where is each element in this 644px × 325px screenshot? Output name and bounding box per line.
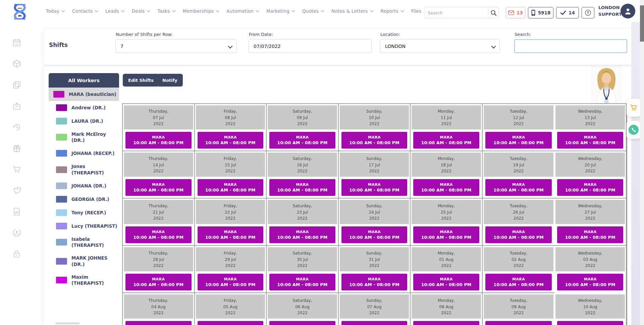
shift-block[interactable]: MARA 10:00 AM - 08:00 PM <box>198 274 264 290</box>
shift-block[interactable]: MARA 10:00 AM - 08:00 PM <box>557 321 623 325</box>
shift-block[interactable]: MARA 10:00 AM - 08:00 PM <box>413 226 479 243</box>
worker-list-item[interactable]: Mark McElroy (DR.) <box>49 128 119 147</box>
filter-search-input[interactable] <box>515 44 627 49</box>
shift-block[interactable]: MARA 10:00 AM - 08:00 PM <box>341 179 408 196</box>
shift-block[interactable]: MARA 10:00 AM - 08:00 PM <box>269 274 335 290</box>
help-button[interactable]: ? <box>582 7 594 18</box>
worker-list-item[interactable]: Tony (RECEP.) <box>49 206 119 219</box>
scrollbar-thumb[interactable] <box>640 5 644 42</box>
menu-item[interactable]: Automation <box>226 8 259 14</box>
shift-time-range: 10:00 AM - 08:00 PM <box>349 282 399 287</box>
worker-list-item[interactable]: MARA (beautician) <box>49 88 119 101</box>
shift-block[interactable]: MARA 10:00 AM - 08:00 PM <box>341 226 408 243</box>
shift-block[interactable]: MARA 10:00 AM - 08:00 PM <box>413 274 479 290</box>
from-date-label: From Date: <box>249 32 273 37</box>
worker-list-item[interactable]: GEORGIA (DR.) <box>49 193 119 206</box>
shift-block[interactable]: MARA 10:00 AM - 08:00 PM <box>125 274 192 290</box>
worker-list-item[interactable]: LAURA (DR.) <box>49 114 119 128</box>
shifts-per-row-select[interactable]: 7 <box>115 39 236 53</box>
gift-icon[interactable] <box>12 144 21 153</box>
menu-item[interactable]: Reports <box>381 8 404 14</box>
worker-list-item[interactable]: JOHANA (DR.) <box>49 179 119 193</box>
weekday-label: Tuesday, <box>484 156 554 162</box>
worker-list-item[interactable]: Jones (THERAPIST) <box>49 160 119 179</box>
search-input[interactable] <box>424 7 488 18</box>
shift-block[interactable]: MARA 10:00 AM - 08:00 PM <box>557 132 623 149</box>
shift-block[interactable]: MARA 10:00 AM - 08:00 PM <box>198 179 264 196</box>
notify-button[interactable]: Notify <box>157 74 183 87</box>
user-avatar[interactable] <box>621 4 635 18</box>
worker-list-item[interactable]: MARK JOHNES (DR.) <box>49 252 119 270</box>
date-label: 19 Jul <box>484 162 554 168</box>
shift-block[interactable]: MARA 10:00 AM - 08:00 PM <box>269 132 335 149</box>
shift-block[interactable]: MARA 10:00 AM - 08:00 PM <box>125 321 192 325</box>
calendar-day-header: Wednesday, 10 Aug 2022 <box>555 294 625 319</box>
shift-block[interactable]: MARA 10:00 AM - 08:00 PM <box>485 179 552 196</box>
shift-block[interactable]: MARA 10:00 AM - 08:00 PM <box>557 226 623 243</box>
menu-item[interactable]: Today <box>46 8 65 14</box>
shifts-board: All Workers Edit Shifts Notify MARA (bea… <box>44 66 632 325</box>
account-icon[interactable] <box>12 228 21 237</box>
menu-item[interactable]: Notes & Letters <box>331 8 373 14</box>
shift-block[interactable]: MARA 10:00 AM - 08:00 PM <box>269 226 335 243</box>
menu-item[interactable]: Marketing <box>266 8 295 14</box>
shift-block[interactable]: MARA 10:00 AM - 08:00 PM <box>341 321 408 325</box>
shift-block[interactable]: MARA 10:00 AM - 08:00 PM <box>485 321 552 325</box>
lock-icon[interactable] <box>12 250 21 258</box>
menu-item[interactable]: Memberships <box>183 8 220 14</box>
shift-block[interactable]: MARA 10:00 AM - 08:00 PM <box>485 226 552 243</box>
menu-item[interactable]: Deals <box>132 8 151 14</box>
calls-badge[interactable]: 5918 <box>528 7 553 18</box>
page-scrollbar[interactable] <box>640 0 644 325</box>
package-icon[interactable] <box>12 59 21 68</box>
worker-list-item[interactable]: JOHANA (RECEP.) <box>49 147 119 160</box>
edit-shifts-button[interactable]: Edit Shifts <box>123 74 159 87</box>
shift-block[interactable]: MARA 10:00 AM - 08:00 PM <box>557 274 623 290</box>
app-logo-hourglass-icon[interactable] <box>12 2 28 22</box>
worker-list-item[interactable]: Lucy (THERAPIST) <box>49 219 119 233</box>
shift-block[interactable]: MARA 10:00 AM - 08:00 PM <box>485 274 552 290</box>
menu-item[interactable]: Files <box>411 8 422 14</box>
worker-list-item[interactable]: Maxim (THERAPIST) <box>49 271 119 289</box>
year-label: 2022 <box>268 168 337 174</box>
location-select[interactable]: LONDON <box>380 39 500 53</box>
worker-list-item[interactable]: Andrew (DR.) <box>49 101 119 114</box>
calendar-day-header: Friday, 29 Jul 2022 <box>196 247 265 271</box>
shift-block[interactable]: MARA 10:00 AM - 08:00 PM <box>341 132 408 149</box>
shift-block[interactable]: MARA 10:00 AM - 08:00 PM <box>198 321 264 325</box>
shift-block[interactable]: MARA 10:00 AM - 08:00 PM <box>485 132 552 149</box>
shift-block[interactable]: MARA 10:00 AM - 08:00 PM <box>269 179 335 196</box>
history-icon[interactable] <box>12 123 21 131</box>
report-icon[interactable] <box>12 207 21 216</box>
chevron-down-icon <box>370 10 374 12</box>
shift-block[interactable]: MARA 10:00 AM - 08:00 PM <box>269 321 335 325</box>
menu-item[interactable]: Quotes <box>302 8 324 14</box>
shift-block[interactable]: MARA 10:00 AM - 08:00 PM <box>557 179 623 196</box>
search-icon[interactable] <box>488 7 499 18</box>
copy-icon[interactable] <box>12 80 21 89</box>
mail-notifications-badge[interactable]: 13 <box>506 7 525 18</box>
shift-block[interactable]: MARA 10:00 AM - 08:00 PM <box>198 226 264 243</box>
menu-item[interactable]: Leads <box>105 8 124 14</box>
menu-item[interactable]: Tasks <box>157 8 175 14</box>
shift-block[interactable]: MARA 10:00 AM - 08:00 PM <box>125 226 192 243</box>
shift-block[interactable]: MARA 10:00 AM - 08:00 PM <box>125 179 192 196</box>
tasks-badge[interactable]: 14 <box>556 7 579 18</box>
cart-fab-button[interactable] <box>627 99 641 117</box>
shift-block[interactable]: MARA 10:00 AM - 08:00 PM <box>198 132 264 149</box>
menu-item[interactable]: Contacts <box>72 8 98 14</box>
shift-block[interactable]: MARA 10:00 AM - 08:00 PM <box>413 321 479 325</box>
shift-block[interactable]: MARA 10:00 AM - 08:00 PM <box>413 132 479 149</box>
cart-icon[interactable] <box>12 165 21 174</box>
all-workers-button[interactable]: All Workers <box>49 73 119 88</box>
shift-block[interactable]: MARA 10:00 AM - 08:00 PM <box>341 274 408 290</box>
calendar-icon[interactable]: 12 <box>12 38 21 47</box>
from-date-input[interactable] <box>249 44 371 49</box>
price-tag-icon[interactable]: $ <box>12 186 21 195</box>
shift-block[interactable]: MARA 10:00 AM - 08:00 PM <box>125 132 192 149</box>
shopping-bag-icon[interactable] <box>12 102 21 110</box>
worker-list-item[interactable]: Isabela (THERAPIST) <box>49 233 119 252</box>
phone-fab-button[interactable] <box>627 121 641 139</box>
date-label: 22 Jul <box>196 209 265 216</box>
shift-block[interactable]: MARA 10:00 AM - 08:00 PM <box>413 179 479 196</box>
